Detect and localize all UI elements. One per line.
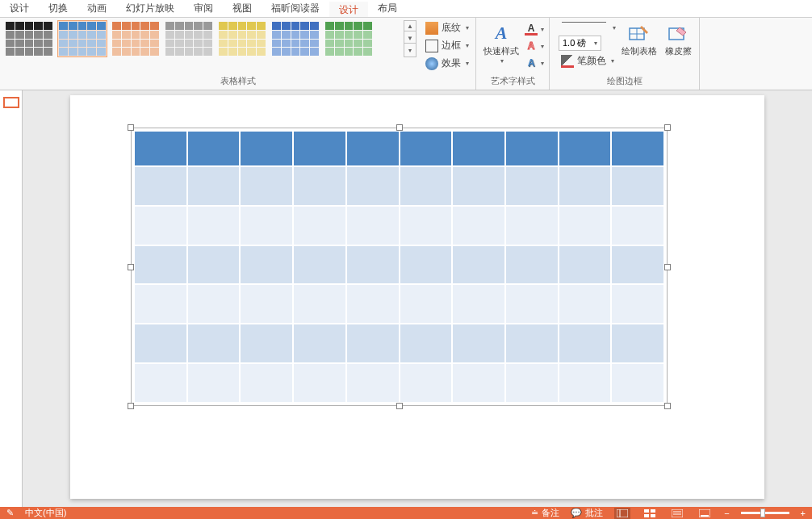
effects-icon: [425, 57, 438, 70]
table-style-thumb[interactable]: [270, 20, 320, 57]
tab-transitions[interactable]: 切换: [39, 0, 77, 17]
expand-gallery-icon[interactable]: ▾: [404, 46, 416, 56]
table-row[interactable]: [134, 324, 664, 363]
scroll-up-icon[interactable]: ▲: [404, 22, 416, 31]
tab-design[interactable]: 设计: [0, 0, 39, 17]
ribbon-tabs: 设计 切换 动画 幻灯片放映 审阅 视图 福昕阅读器 设计 布局: [0, 0, 812, 18]
text-fill-icon: A: [525, 23, 538, 36]
table-style-thumb-selected[interactable]: [57, 20, 107, 57]
pen-style-button[interactable]: ▾: [559, 22, 617, 33]
table-row[interactable]: [134, 131, 664, 166]
svg-rect-6: [644, 509, 649, 513]
svg-rect-7: [651, 509, 655, 513]
table-style-thumb[interactable]: [324, 20, 374, 57]
tab-view[interactable]: 视图: [223, 0, 262, 17]
text-fill-button[interactable]: A▾: [524, 22, 545, 36]
inserted-table[interactable]: [134, 131, 664, 403]
pen-color-icon: [561, 55, 574, 68]
status-bar: ✎ 中文(中国) ≐备注 💬批注 − +: [0, 507, 812, 519]
tab-slideshow[interactable]: 幻灯片放映: [116, 0, 184, 17]
resize-handle[interactable]: [128, 264, 134, 270]
table-styles-more[interactable]: ▲ ▼ ▾: [404, 20, 416, 57]
svg-rect-10: [672, 509, 683, 517]
workspace: [0, 90, 812, 507]
pen-color-button[interactable]: 笔颜色 ▾: [559, 53, 617, 69]
table-style-thumb[interactable]: [217, 20, 267, 57]
chevron-down-icon: ▾: [466, 24, 469, 31]
zoom-slider-thumb[interactable]: [760, 509, 765, 517]
chevron-down-icon: ▾: [611, 57, 614, 65]
tab-table-design[interactable]: 设计: [329, 0, 368, 17]
language-indicator[interactable]: 中文(中国): [25, 507, 66, 519]
resize-handle[interactable]: [664, 403, 671, 409]
zoom-slider[interactable]: [741, 512, 789, 514]
notes-button[interactable]: ≐备注: [531, 507, 559, 519]
resize-handle[interactable]: [664, 264, 671, 270]
shading-icon: [425, 22, 438, 35]
borders-button[interactable]: 边框 ▾: [423, 38, 471, 53]
resize-handle[interactable]: [396, 403, 403, 409]
group-wordart-styles: A 快速样式 ▾ A▾ A▾ A▾ 艺术字样式: [476, 18, 550, 90]
group-table-styles: ▲ ▼ ▾ 底纹 ▾ 边框 ▾ 效果 ▾: [0, 18, 476, 90]
borders-icon: [425, 40, 438, 52]
svg-rect-4: [617, 509, 628, 517]
effects-button[interactable]: 效果 ▾: [423, 56, 471, 71]
chevron-down-icon: ▾: [500, 57, 504, 65]
tab-animations[interactable]: 动画: [77, 0, 116, 17]
table-style-gallery: [4, 20, 400, 57]
spellcheck-icon[interactable]: ✎: [6, 508, 14, 518]
table-row[interactable]: [134, 245, 664, 285]
normal-view-button[interactable]: [614, 508, 630, 519]
table-row[interactable]: [134, 284, 664, 324]
resize-handle[interactable]: [128, 124, 134, 131]
notes-icon: ≐: [531, 508, 538, 518]
quick-styles-button[interactable]: A 快速样式 ▾: [480, 20, 522, 66]
pen-weight-value: 1.0 磅: [563, 37, 586, 49]
scroll-down-icon[interactable]: ▼: [404, 34, 416, 44]
text-outline-button[interactable]: A▾: [524, 39, 545, 53]
table-row[interactable]: [134, 363, 664, 403]
chevron-down-icon: ▾: [541, 43, 544, 50]
resize-handle[interactable]: [128, 403, 134, 409]
table-selection-frame[interactable]: [131, 128, 668, 406]
chevron-down-icon: ▾: [466, 42, 469, 49]
table-row[interactable]: [134, 206, 664, 245]
tab-table-layout[interactable]: 布局: [368, 0, 407, 17]
chevron-down-icon: ▾: [466, 60, 469, 67]
shading-label: 底纹: [442, 21, 461, 35]
zoom-out-button[interactable]: −: [724, 509, 729, 518]
chevron-down-icon: ▾: [594, 40, 597, 47]
group-label: 绘图边框: [554, 73, 695, 90]
sorter-view-button[interactable]: [642, 508, 658, 519]
pen-style-preview: [562, 22, 606, 33]
shading-button[interactable]: 底纹 ▾: [423, 20, 471, 36]
chevron-down-icon: ▾: [541, 60, 544, 67]
slide-thumbnails-panel: [0, 90, 23, 507]
pen-weight-select[interactable]: 1.0 磅 ▾: [559, 36, 601, 51]
table-style-thumb[interactable]: [164, 20, 214, 57]
group-label: 表格样式: [4, 73, 471, 90]
table-style-thumb[interactable]: [111, 20, 161, 57]
comments-button[interactable]: 💬批注: [571, 507, 603, 519]
borders-label: 边框: [442, 39, 461, 52]
eraser-button[interactable]: 橡皮擦: [662, 20, 695, 57]
draw-table-icon: [626, 22, 652, 44]
tab-foxit-reader[interactable]: 福昕阅读器: [262, 0, 329, 17]
resize-handle[interactable]: [664, 124, 671, 131]
table-row[interactable]: [134, 166, 664, 206]
group-label: 艺术字样式: [480, 73, 545, 90]
tab-review[interactable]: 审阅: [184, 0, 223, 17]
quick-styles-icon: A: [488, 22, 514, 44]
slideshow-view-button[interactable]: [697, 508, 713, 519]
slide-thumbnail[interactable]: [3, 97, 19, 108]
ribbon: ▲ ▼ ▾ 底纹 ▾ 边框 ▾ 效果 ▾: [0, 18, 812, 90]
eraser-icon: [666, 22, 692, 44]
table-style-thumb[interactable]: [4, 20, 54, 57]
zoom-in-button[interactable]: +: [801, 509, 806, 518]
resize-handle[interactable]: [396, 124, 403, 131]
slide[interactable]: [70, 95, 764, 499]
text-effects-button[interactable]: A▾: [524, 56, 545, 70]
draw-table-button[interactable]: 绘制表格: [618, 20, 660, 57]
slide-canvas-area[interactable]: [23, 90, 812, 507]
reading-view-button[interactable]: [669, 508, 685, 519]
